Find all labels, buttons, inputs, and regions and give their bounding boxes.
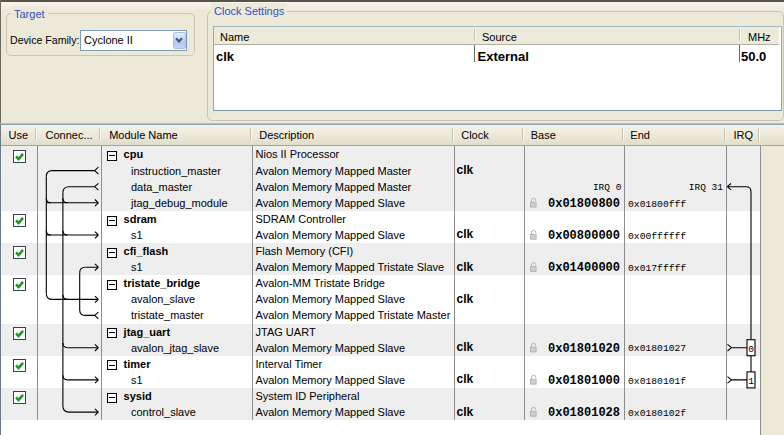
svg-text:1: 1 [748, 376, 754, 387]
svg-text:0: 0 [748, 344, 754, 355]
